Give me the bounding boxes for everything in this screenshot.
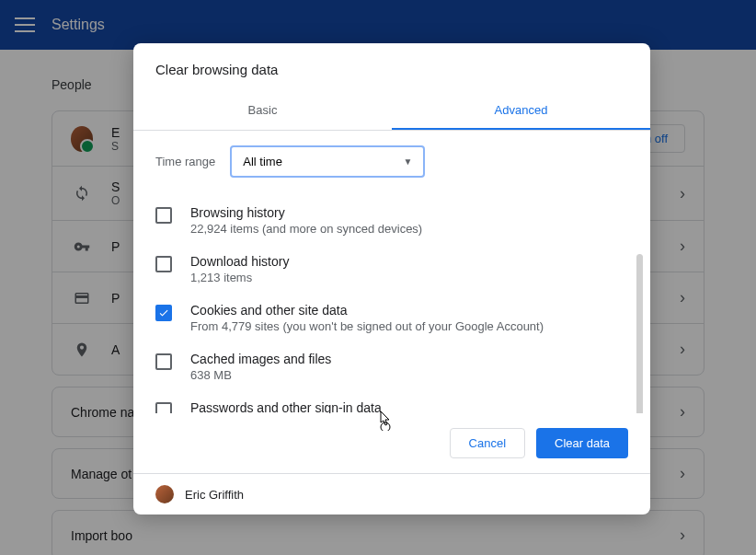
check-title: Browsing history [190, 205, 628, 220]
chevron-down-icon: ▼ [403, 156, 412, 167]
cancel-button[interactable]: Cancel [450, 428, 525, 458]
clear-data-dialog: Clear browsing data Basic Advanced Time … [133, 43, 650, 515]
dialog-body: Time range All time ▼ Browsing history22… [133, 131, 650, 413]
dialog-account-row[interactable]: Eric Griffith [133, 473, 650, 515]
check-item[interactable]: Browsing history22,924 items (and more o… [155, 196, 628, 245]
check-title: Cookies and other site data [190, 303, 628, 318]
checkbox[interactable] [155, 256, 172, 272]
checkbox[interactable] [155, 305, 172, 321]
dialog-tabs: Basic Advanced [133, 92, 650, 131]
check-item[interactable]: Passwords and other sign-in data430 pass… [155, 391, 628, 413]
time-range-value: All time [243, 155, 282, 168]
check-title: Cached images and files [190, 352, 628, 366]
clear-data-button[interactable]: Clear data [536, 428, 628, 458]
scrollbar-thumb[interactable] [636, 254, 643, 413]
checkbox[interactable] [155, 353, 172, 370]
check-title: Download history [190, 254, 628, 269]
check-sub: 638 MB [190, 368, 628, 382]
dialog-footer: Cancel Clear data [133, 413, 650, 473]
check-sub: From 4,779 sites (you won't be signed ou… [190, 319, 628, 333]
time-range-select[interactable]: All time ▼ [230, 145, 425, 178]
checkbox[interactable] [155, 402, 172, 413]
tab-advanced[interactable]: Advanced [392, 92, 650, 130]
dialog-title: Clear browsing data [133, 43, 650, 92]
check-item[interactable]: Download history1,213 items [155, 245, 628, 294]
check-item[interactable]: Cookies and other site dataFrom 4,779 si… [155, 294, 628, 342]
avatar [155, 485, 174, 503]
check-sub: 1,213 items [190, 271, 628, 284]
account-name: Eric Griffith [185, 488, 244, 502]
check-title: Passwords and other sign-in data [190, 400, 628, 413]
time-range-label: Time range [155, 155, 215, 168]
checkbox[interactable] [155, 207, 172, 224]
tab-basic[interactable]: Basic [133, 92, 392, 130]
check-sub: 22,924 items (and more on synced devices… [190, 222, 628, 236]
check-item[interactable]: Cached images and files638 MB [155, 342, 628, 391]
